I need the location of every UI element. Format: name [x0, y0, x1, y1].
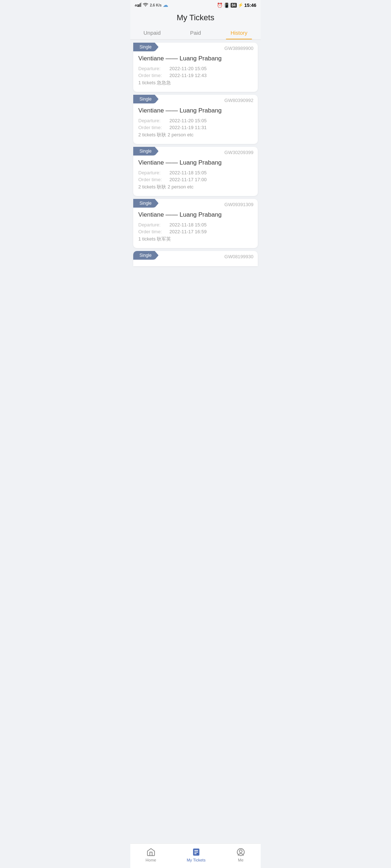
- status-bar: 4G 2.6 K/s ☁ ⏰ 📳 84 ⚡ 15:46: [130, 0, 261, 9]
- svg-text:4G: 4G: [135, 4, 139, 7]
- order-id: GW08199930: [224, 251, 253, 259]
- departure-row: Departure: 2022-11-18 15:05: [133, 221, 258, 228]
- card-header: Single GW30209399: [133, 147, 258, 156]
- tickets-row: 1 tickets 耿军英: [133, 235, 258, 243]
- ticket-card[interactable]: Single GW09391309 Vientiane —— Luang Pra…: [133, 199, 258, 248]
- tab-unpaid[interactable]: Unpaid: [130, 25, 174, 39]
- tickets-info: 2 tickets 耿耿 2 person etc: [138, 184, 193, 190]
- tickets-info: 2 tickets 耿耿 2 person etc: [138, 132, 193, 138]
- card-header: Single GW38989900: [133, 43, 258, 51]
- route-text: Vientiane —— Luang Prabang: [133, 211, 258, 218]
- tickets-info: 1 tickets 急急急: [138, 80, 171, 86]
- ordertime-row: Order time: 2022-11-17 17:00: [133, 176, 258, 183]
- departure-value: 2022-11-20 15:05: [169, 118, 207, 123]
- ticket-card-partial[interactable]: Single GW08199930: [133, 251, 258, 266]
- departure-value: 2022-11-20 15:05: [169, 66, 207, 71]
- route-text: Vientiane —— Luang Prabang: [133, 159, 258, 166]
- speed-text: 2.6 K/s: [150, 3, 161, 7]
- ordertime-row: Order time: 2022-11-19 12:43: [133, 72, 258, 79]
- departure-value: 2022-11-18 15:05: [169, 170, 207, 175]
- cloud-icon: ☁: [163, 2, 168, 8]
- card-header: Single GW80390992: [133, 95, 258, 103]
- tickets-info: 1 tickets 耿军英: [138, 236, 171, 242]
- route-text: Vientiane —— Luang Prabang: [133, 107, 258, 114]
- order-id: GW30209399: [224, 147, 253, 155]
- page-title: My Tickets: [130, 9, 261, 25]
- wifi-icon: [143, 3, 148, 8]
- ordertime-row: Order time: 2022-11-19 11:31: [133, 124, 258, 131]
- tab-history[interactable]: History: [217, 25, 261, 39]
- ticket-card[interactable]: Single GW30209399 Vientiane —— Luang Pra…: [133, 147, 258, 196]
- tab-bar: Unpaid Paid History: [130, 25, 261, 40]
- card-header: Single GW08199930: [133, 251, 258, 260]
- order-id: GW09391309: [224, 199, 253, 207]
- ordertime-value: 2022-11-19 11:31: [169, 125, 207, 130]
- tickets-row: 1 tickets 急急急: [133, 79, 258, 87]
- ordertime-value: 2022-11-17 17:00: [169, 177, 207, 182]
- signal-icon: 4G: [135, 3, 141, 8]
- ticket-type-badge: Single: [133, 147, 159, 156]
- order-id: GW38989900: [224, 43, 253, 51]
- alarm-icon: ⏰: [217, 3, 223, 8]
- ticket-type-badge: Single: [133, 199, 159, 208]
- departure-value: 2022-11-18 15:05: [169, 222, 207, 227]
- svg-rect-1: [138, 5, 138, 7]
- departure-row: Departure: 2022-11-20 15:05: [133, 65, 258, 72]
- card-header: Single GW09391309: [133, 199, 258, 208]
- tickets-row: 2 tickets 耿耿 2 person etc: [133, 131, 258, 139]
- departure-row: Departure: 2022-11-20 15:05: [133, 117, 258, 124]
- departure-row: Departure: 2022-11-18 15:05: [133, 169, 258, 176]
- vibrate-icon: 📳: [224, 3, 230, 8]
- clock-display: 15:46: [244, 3, 256, 8]
- ordertime-value: 2022-11-19 12:43: [169, 73, 207, 78]
- bolt-icon: ⚡: [238, 3, 243, 8]
- svg-rect-2: [139, 4, 139, 7]
- ordertime-value: 2022-11-17 16:59: [169, 229, 207, 234]
- ordertime-row: Order time: 2022-11-17 16:59: [133, 228, 258, 235]
- ticket-type-badge: Single: [133, 95, 159, 103]
- ticket-type-badge: Single: [133, 43, 159, 51]
- tickets-list: Single GW38989900 Vientiane —— Luang Pra…: [130, 43, 261, 295]
- status-right: ⏰ 📳 84 ⚡ 15:46: [217, 3, 256, 8]
- ticket-card[interactable]: Single GW80390992 Vientiane —— Luang Pra…: [133, 95, 258, 144]
- ticket-card[interactable]: Single GW38989900 Vientiane —— Luang Pra…: [133, 43, 258, 92]
- svg-rect-4: [141, 3, 141, 7]
- order-id: GW80390992: [224, 95, 253, 103]
- svg-rect-3: [140, 3, 140, 7]
- ticket-type-badge: Single: [133, 251, 159, 260]
- tab-paid[interactable]: Paid: [174, 25, 217, 39]
- status-left: 4G 2.6 K/s ☁: [135, 2, 168, 8]
- tickets-row: 2 tickets 耿耿 2 person etc: [133, 183, 258, 191]
- route-text: Vientiane —— Luang Prabang: [133, 55, 258, 62]
- battery-indicator: 84: [231, 3, 237, 8]
